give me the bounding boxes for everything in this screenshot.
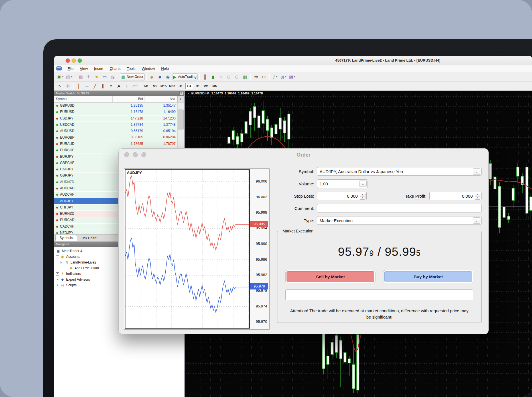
market-watch-row[interactable]: ◆EURGBP0.861850.86204 [54, 134, 184, 141]
dropdown-caret-icon[interactable]: ▾ [62, 76, 63, 78]
market-watch-row[interactable]: ◆GBPUSD1.351351.35147 [54, 103, 184, 109]
chevron-down-icon[interactable]: ⌄ [473, 168, 480, 175]
take-profit-stepper[interactable]: ▲ ▼ [475, 193, 480, 199]
timeframe-h1[interactable]: H1 [177, 83, 185, 89]
news-button[interactable]: ◉ [164, 73, 172, 80]
dropdown-caret-icon[interactable]: ▾ [276, 76, 277, 78]
navigator-button[interactable]: ★ [93, 73, 100, 80]
timeframe-m15[interactable]: M15 [160, 83, 168, 89]
close-icon[interactable]: × [179, 91, 183, 95]
line-chart-button[interactable]: ∿ [217, 73, 225, 80]
bid-value: 1.78685 [113, 141, 145, 147]
fibonacci-button[interactable]: ≡ [107, 82, 115, 90]
stop-loss-input[interactable]: 0.000 ▲ ▼ [317, 192, 367, 200]
timeframe-w1[interactable]: W1 [202, 83, 210, 89]
horizontal-line-button[interactable]: ─ [83, 82, 91, 90]
collapse-icon[interactable]: - [60, 261, 63, 264]
channel-button[interactable]: ∥ [99, 82, 107, 90]
tile-windows-button[interactable]: ▦ [241, 73, 249, 80]
market-watch-row[interactable]: ◆AUDUSD0.651790.65194 [54, 128, 184, 134]
data-window-button[interactable]: ✛ [85, 73, 92, 80]
menu-tools[interactable]: Tools [124, 66, 139, 72]
label-button[interactable]: T [123, 82, 131, 90]
minimize-window-button[interactable] [72, 58, 76, 63]
spin-up-icon[interactable]: ▲ [475, 193, 480, 196]
zoom-in-button[interactable]: ⊕ [225, 73, 233, 80]
vertical-line-button[interactable]: │ [75, 82, 83, 90]
timeframe-mn[interactable]: MN [211, 83, 219, 89]
strategy-tester-button[interactable]: ◷ [109, 73, 116, 80]
menu-file[interactable]: File [64, 66, 77, 72]
menu-help[interactable]: Help [158, 66, 172, 72]
close-window-button[interactable] [66, 58, 70, 63]
spin-down-icon[interactable]: ▼ [475, 196, 480, 200]
sell-by-market-button[interactable]: Sell by Market [287, 271, 374, 282]
indicators-button[interactable]: ƒ▾ [271, 73, 279, 80]
comment-input[interactable] [317, 204, 482, 212]
scroll-up-icon[interactable]: ▲ [177, 96, 184, 102]
candlestick-chart-button[interactable]: ▮ [209, 73, 217, 80]
market-watch-scrollbar[interactable]: ▲ [177, 96, 184, 102]
timeframe-m1[interactable]: M1 [143, 83, 151, 89]
menu-insert[interactable]: Insert [91, 66, 107, 72]
bid-column-header[interactable]: Bid [113, 96, 145, 102]
zoom-out-button[interactable]: ⊖ [233, 73, 241, 80]
tab-symbols[interactable]: Symbols [55, 235, 77, 241]
chevron-down-icon[interactable]: ⌄ [473, 217, 480, 224]
cursor-button[interactable]: ↖ [56, 82, 64, 90]
auto-scroll-button[interactable]: ⇉ [252, 73, 260, 80]
symbol-select[interactable]: AUDJPY, Australian Dollar vs Japanese Ye… [317, 167, 482, 176]
type-select[interactable]: Market Execution ⌄ [317, 216, 482, 225]
templates-button[interactable]: ▨▾ [288, 73, 296, 80]
timeframe-m30[interactable]: M30 [168, 83, 176, 89]
market-watch-row[interactable]: ◆EURAUD1.786851.78707 [54, 141, 184, 147]
dropdown-caret-icon[interactable]: ▾ [294, 76, 295, 78]
new-chart-button[interactable]: ▣▾ [56, 73, 64, 80]
stop-loss-stepper[interactable]: ▲ ▼ [360, 193, 366, 199]
options-button[interactable]: ☻ [156, 73, 164, 80]
order-result-field[interactable] [285, 289, 473, 300]
market-watch-button[interactable]: ▥ [77, 73, 84, 80]
collapse-icon[interactable]: - [56, 255, 59, 258]
market-watch-row[interactable]: ◆USDJPY147.218147.230 [54, 116, 184, 122]
autotrading-button[interactable]: ▶AutoTrading [172, 73, 198, 80]
expand-icon[interactable]: + [56, 272, 59, 276]
standard-toolbar: ▣▾▤▾▥✛★▭◷▦New Order◆☻◉▶AutoTrading╫▮∿⊕⊖▦… [54, 72, 532, 82]
crosshair-button[interactable]: ✛ [64, 82, 72, 90]
dropdown-caret-icon[interactable]: ▾ [137, 85, 138, 87]
text-button[interactable]: A [115, 82, 123, 90]
periods-button[interactable]: ◷▾ [279, 73, 287, 80]
chart-shift-button[interactable]: ↦ [260, 73, 268, 80]
take-profit-input[interactable]: 0.000 ▲ ▼ [429, 192, 482, 200]
menu-view[interactable]: View [77, 66, 91, 72]
menu-window[interactable]: Window [139, 66, 158, 72]
volume-select[interactable]: 1.00 ⌄ [317, 179, 368, 188]
dropdown-caret-icon[interactable]: ▾ [285, 76, 286, 78]
new-order-button[interactable]: ▦New Order [120, 73, 144, 80]
symbol-column-header[interactable]: Symbol [54, 96, 113, 102]
profiles-button[interactable]: ▤▾ [65, 73, 73, 80]
market-watch-row[interactable]: ◆USDCAD1.377341.37748 [54, 122, 184, 128]
tab-tick-chart[interactable]: Tick Chart [77, 236, 100, 241]
trendline-button[interactable]: ╱ [91, 82, 99, 90]
terminal-button[interactable]: ▭ [101, 73, 108, 80]
metaeditor-button[interactable]: ◆ [148, 73, 156, 80]
scrollbar-thumb[interactable] [178, 110, 184, 129]
ask-column-header[interactable]: Ask [145, 96, 177, 102]
buy-by-market-button[interactable]: Buy by Market [384, 271, 472, 282]
timeframe-h4[interactable]: H4 [185, 83, 193, 89]
expand-icon[interactable]: + [56, 278, 59, 281]
chevron-down-icon[interactable]: ⌄ [359, 181, 367, 187]
menu-charts[interactable]: Charts [106, 66, 123, 72]
expand-icon[interactable]: + [56, 284, 59, 287]
trend-up-icon: ◆ [56, 198, 58, 204]
market-watch-row[interactable]: ◆EURUSD1.164781.16490 [54, 109, 184, 115]
spin-down-icon[interactable]: ▼ [360, 196, 366, 200]
bar-chart-button[interactable]: ╫ [201, 73, 209, 80]
spin-up-icon[interactable]: ▲ [360, 193, 366, 196]
timeframe-m5[interactable]: M5 [151, 83, 159, 89]
zoom-window-button[interactable] [78, 58, 82, 63]
dropdown-caret-icon[interactable]: ▾ [71, 76, 72, 78]
timeframe-d1[interactable]: D1 [194, 83, 202, 89]
shapes-button[interactable]: ▱▾ [131, 82, 139, 90]
